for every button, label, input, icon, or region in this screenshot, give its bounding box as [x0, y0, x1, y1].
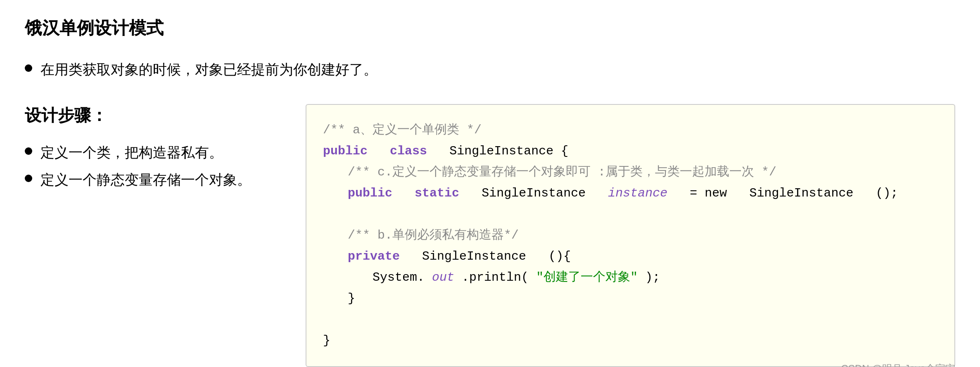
- code-keyword-private: private: [348, 249, 400, 263]
- code-classname-2: SingleInstance: [482, 186, 586, 200]
- code-comment-2: /** c.定义一个静态变量存储一个对象即可 :属于类，与类一起加载一次 */: [348, 165, 776, 179]
- top-bullet-text: 在用类获取对象的时候，对象已经提前为你创建好了。: [40, 60, 377, 79]
- bullet-dot-2: [25, 147, 32, 155]
- bullet-text-1: 定义一个类，把构造器私有。: [40, 143, 223, 162]
- code-out: out: [432, 270, 454, 284]
- code-equals: = new: [690, 186, 727, 200]
- footer-text: CSDN @明月 Java全宇宙: [841, 362, 955, 367]
- code-line-2: public class SingleInstance {: [323, 141, 938, 162]
- code-line-9: }: [323, 288, 938, 309]
- code-system: System.: [373, 270, 425, 284]
- code-comment-1: /** a、定义一个单例类 */: [323, 123, 482, 137]
- code-line-7: private SingleInstance (){: [323, 246, 938, 267]
- code-line-4: public static SingleInstance instance = …: [323, 183, 938, 204]
- code-constructor-paren: (){: [548, 249, 571, 263]
- code-classname-3: SingleInstance: [749, 186, 853, 200]
- code-close-brace-1: }: [348, 291, 355, 305]
- bullet-item-2: 定义一个静态变量存储一个对象。: [25, 170, 273, 189]
- code-block: /** a、定义一个单例类 */ public class SingleInst…: [306, 104, 955, 367]
- code-instance-var: instance: [608, 186, 667, 200]
- code-line-1: /** a、定义一个单例类 */: [323, 120, 938, 141]
- code-line-5: [323, 204, 938, 225]
- bullet-item-1: 定义一个类，把构造器私有。: [25, 143, 273, 162]
- code-line-11: }: [323, 330, 938, 351]
- code-keyword-public-2: public: [348, 186, 392, 200]
- code-classname-4: SingleInstance: [422, 249, 526, 263]
- code-line-10: [323, 309, 938, 330]
- code-line-3: /** c.定义一个静态变量存储一个对象即可 :属于类，与类一起加载一次 */: [323, 162, 938, 183]
- bullet-text-2: 定义一个静态变量存储一个对象。: [40, 170, 251, 189]
- code-println: .println(: [462, 270, 529, 284]
- code-line-6: /** b.单例必须私有构造器*/: [323, 225, 938, 246]
- content-area: 设计步骤： 定义一个类，把构造器私有。 定义一个静态变量存储一个对象。 /** …: [25, 104, 955, 367]
- left-panel: 设计步骤： 定义一个类，把构造器私有。 定义一个静态变量存储一个对象。: [25, 104, 273, 198]
- code-semicolon: );: [645, 270, 660, 284]
- code-close-brace-2: }: [323, 334, 330, 348]
- code-line-8: System. out .println( "创建了一个对象" );: [323, 267, 938, 288]
- bullet-dot-3: [25, 175, 32, 182]
- code-keyword-public-1: public: [323, 144, 368, 158]
- top-bullet-item: 在用类获取对象的时候，对象已经提前为你创建好了。: [25, 60, 955, 79]
- code-comment-3: /** b.单例必须私有构造器*/: [348, 228, 519, 242]
- design-steps-title: 设计步骤：: [25, 104, 273, 127]
- code-string-1: "创建了一个对象": [536, 270, 638, 284]
- code-paren: ();: [876, 186, 898, 200]
- code-keyword-static: static: [415, 186, 459, 200]
- right-panel: /** a、定义一个单例类 */ public class SingleInst…: [306, 104, 955, 367]
- page-title: 饿汉单例设计模式: [25, 17, 955, 40]
- bullet-dot-1: [25, 64, 32, 72]
- code-keyword-class: class: [390, 144, 427, 158]
- code-classname-1: SingleInstance {: [449, 144, 568, 158]
